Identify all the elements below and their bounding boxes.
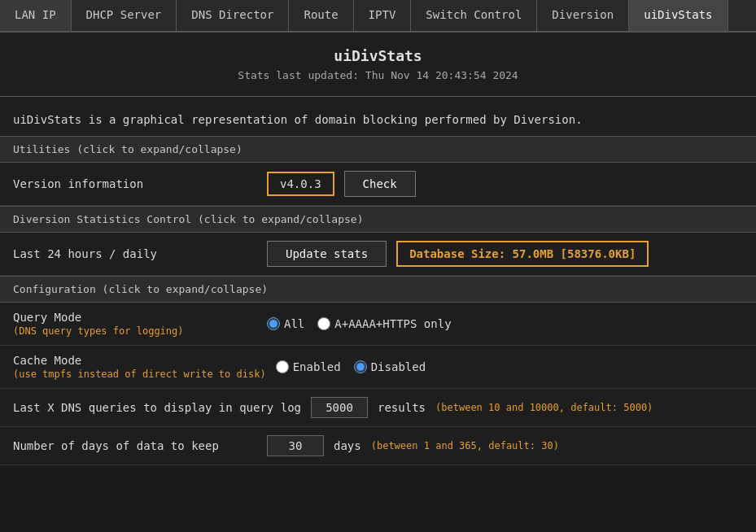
- query-mode-all-radio[interactable]: [267, 317, 280, 330]
- days-to-keep-hint: (between 1 and 365, default: 30): [371, 440, 559, 451]
- time-label: Last 24 hours / daily: [13, 247, 257, 260]
- query-mode-label-col: Query Mode (DNS query types for logging): [13, 311, 257, 337]
- tab-dhcp-server[interactable]: DHCP Server: [72, 0, 177, 31]
- title-area: uiDivStats Stats last updated: Thu Nov 1…: [0, 33, 756, 89]
- tab-bar: LAN IP DHCP Server DNS Director Route IP…: [0, 0, 756, 33]
- page-title: uiDivStats: [8, 47, 748, 64]
- query-mode-all-option[interactable]: All: [267, 317, 304, 330]
- query-mode-a-aaaa-radio[interactable]: [317, 317, 330, 330]
- cache-mode-enabled-label: Enabled: [293, 360, 341, 373]
- dns-queries-unit: results: [378, 401, 426, 414]
- tab-lan-ip[interactable]: LAN IP: [0, 0, 72, 31]
- version-label: Version information: [13, 177, 257, 190]
- update-stats-row: Last 24 hours / daily Update stats Datab…: [0, 233, 756, 276]
- dns-queries-hint: (between 10 and 10000, default: 5000): [435, 402, 653, 413]
- cache-mode-disabled-option[interactable]: Disabled: [354, 360, 426, 373]
- cache-mode-row: Cache Mode (use tmpfs instead of direct …: [0, 346, 756, 389]
- cache-mode-hint: (use tmpfs instead of direct write to di…: [13, 368, 266, 380]
- cache-mode-radio-group: Enabled Disabled: [276, 360, 426, 373]
- days-to-keep-label: Number of days of data to keep: [13, 439, 257, 452]
- days-to-keep-row: Number of days of data to keep days (bet…: [0, 427, 756, 465]
- cache-mode-label-col: Cache Mode (use tmpfs instead of direct …: [13, 354, 266, 380]
- tab-dns-director[interactable]: DNS Director: [177, 0, 289, 31]
- cache-mode-enabled-radio[interactable]: [276, 360, 289, 373]
- tab-switch-control[interactable]: Switch Control: [411, 0, 537, 31]
- cache-mode-disabled-radio[interactable]: [354, 360, 367, 373]
- days-to-keep-unit: days: [334, 439, 361, 452]
- cache-mode-disabled-label: Disabled: [371, 360, 426, 373]
- version-value: v4.0.3: [267, 172, 334, 196]
- description-text: uiDivStats is a graphical representation…: [0, 103, 756, 136]
- dns-queries-row: Last X DNS queries to display in query l…: [0, 389, 756, 427]
- version-row: Version information v4.0.3 Check: [0, 163, 756, 206]
- tab-route[interactable]: Route: [289, 0, 353, 31]
- configuration-section-header[interactable]: Configuration (click to expand/collapse): [0, 276, 756, 303]
- query-mode-radio-group: All A+AAAA+HTTPS only: [267, 317, 452, 330]
- update-stats-button[interactable]: Update stats: [267, 241, 387, 267]
- dns-queries-input[interactable]: [311, 397, 368, 418]
- query-mode-row: Query Mode (DNS query types for logging)…: [0, 303, 756, 346]
- tab-diversion[interactable]: Diversion: [537, 0, 629, 31]
- utilities-section-header[interactable]: Utilities (click to expand/collapse): [0, 136, 756, 163]
- title-divider: [0, 96, 756, 97]
- check-button[interactable]: Check: [344, 171, 416, 197]
- cache-mode-label: Cache Mode: [13, 354, 266, 367]
- query-mode-a-aaaa-label: A+AAAA+HTTPS only: [334, 317, 451, 330]
- tab-iptv[interactable]: IPTV: [354, 0, 412, 31]
- query-mode-all-label: All: [284, 317, 304, 330]
- query-mode-hint: (DNS query types for logging): [13, 325, 257, 337]
- main-content: uiDivStats Stats last updated: Thu Nov 1…: [0, 33, 756, 465]
- tab-uidivstats[interactable]: uiDivStats: [629, 0, 728, 31]
- query-mode-label: Query Mode: [13, 311, 257, 324]
- query-mode-a-aaaa-option[interactable]: A+AAAA+HTTPS only: [317, 317, 451, 330]
- db-size-badge: Database Size: 57.0MB [58376.0KB]: [396, 241, 649, 267]
- days-to-keep-input[interactable]: [267, 435, 324, 456]
- diversion-section-header[interactable]: Diversion Statistics Control (click to e…: [0, 206, 756, 233]
- dns-queries-label: Last X DNS queries to display in query l…: [13, 401, 301, 414]
- cache-mode-enabled-option[interactable]: Enabled: [276, 360, 341, 373]
- stats-updated: Stats last updated: Thu Nov 14 20:43:54 …: [8, 69, 748, 81]
